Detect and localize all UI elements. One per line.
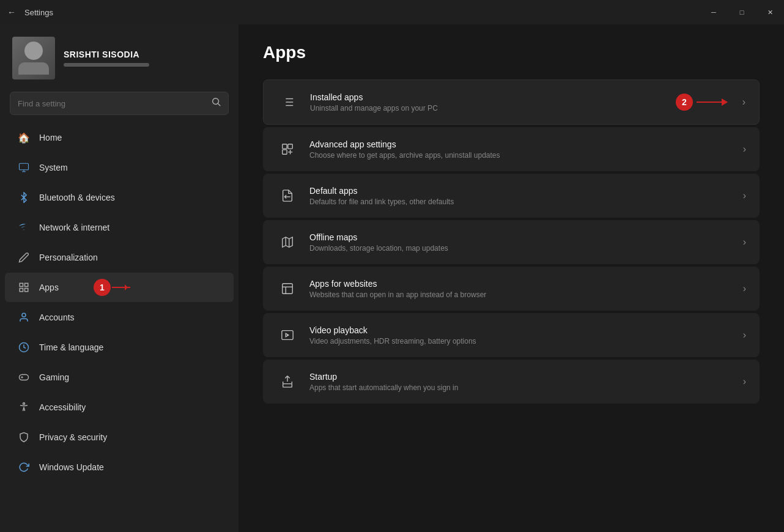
minimize-button[interactable]: ─ xyxy=(700,0,728,24)
setting-item-installed-apps[interactable]: Installed apps Uninstall and manage apps… xyxy=(263,79,760,125)
sidebar-item-home[interactable]: 🏠 Home xyxy=(5,123,234,152)
svg-marker-18 xyxy=(283,237,293,248)
titlebar-title: Settings xyxy=(24,8,53,17)
search-input[interactable] xyxy=(18,99,212,108)
apps-for-websites-desc: Websites that can open in an app instead… xyxy=(309,290,743,299)
sidebar-item-accounts[interactable]: Accounts xyxy=(5,303,234,332)
search-box[interactable] xyxy=(10,92,229,115)
setting-item-default-apps[interactable]: Default apps Defaults for file and link … xyxy=(263,174,760,218)
personalization-icon xyxy=(17,251,31,264)
annotation-badge-2-wrapper: 2 xyxy=(676,94,727,111)
setting-item-apps-for-websites[interactable]: Apps for websites Websites that can open… xyxy=(263,267,760,311)
annotation-arrow-2 xyxy=(697,102,727,103)
svg-rect-1 xyxy=(20,283,23,286)
titlebar-controls: ─ □ ✕ xyxy=(700,0,784,24)
svg-rect-15 xyxy=(283,144,287,149)
video-playback-desc: Video adjustments, HDR streaming, batter… xyxy=(309,337,743,345)
sidebar-item-apps[interactable]: Apps 1 xyxy=(5,273,234,302)
accessibility-icon xyxy=(17,401,31,414)
svg-rect-0 xyxy=(20,163,29,170)
svg-rect-3 xyxy=(20,289,23,292)
installed-apps-chevron: › xyxy=(742,97,745,108)
svg-rect-16 xyxy=(288,144,292,149)
svg-point-8 xyxy=(23,403,25,405)
back-icon[interactable]: ← xyxy=(7,7,16,17)
advanced-app-settings-chevron: › xyxy=(743,144,746,155)
sidebar-item-privacy[interactable]: Privacy & security xyxy=(5,423,234,452)
user-info: SRISHTI SISODIA xyxy=(64,50,149,67)
svg-rect-4 xyxy=(25,289,28,292)
startup-chevron: › xyxy=(743,376,746,387)
accounts-icon xyxy=(17,311,31,324)
search-container xyxy=(0,92,239,122)
time-icon xyxy=(17,341,31,354)
svg-rect-17 xyxy=(283,150,287,154)
video-playback-icon xyxy=(276,324,298,346)
avatar-inner xyxy=(12,37,55,79)
sidebar-item-accounts-label: Accounts xyxy=(39,312,75,322)
sidebar-item-bluetooth-label: Bluetooth & devices xyxy=(39,193,115,202)
svg-rect-21 xyxy=(283,284,293,294)
sidebar-item-personalization[interactable]: Personalization xyxy=(5,243,234,272)
advanced-app-settings-title: Advanced app settings xyxy=(309,139,743,149)
bluetooth-icon xyxy=(17,191,31,204)
search-icon xyxy=(212,98,221,109)
sidebar-item-system[interactable]: System xyxy=(5,153,234,182)
nav-list: 🏠 Home System Bluetooth & devices xyxy=(0,122,239,482)
sidebar-item-apps-label: Apps xyxy=(39,283,59,292)
sidebar-item-home-label: Home xyxy=(39,133,62,142)
offline-maps-text: Offline maps Downloads, storage location… xyxy=(309,232,743,253)
sidebar-item-network[interactable]: Network & internet xyxy=(5,213,234,242)
sidebar-item-bluetooth[interactable]: Bluetooth & devices xyxy=(5,183,234,212)
annotation-badge-2: 2 xyxy=(676,94,693,111)
setting-item-startup[interactable]: Startup Apps that start automatically wh… xyxy=(263,360,760,404)
update-icon xyxy=(17,460,31,474)
apps-for-websites-text: Apps for websites Websites that can open… xyxy=(309,279,743,299)
apps-for-websites-icon xyxy=(276,278,298,300)
startup-icon xyxy=(276,371,298,393)
sidebar-item-accessibility-label: Accessibility xyxy=(39,402,86,412)
maximize-button[interactable]: □ xyxy=(728,0,756,24)
sidebar-item-personalization-label: Personalization xyxy=(39,253,98,262)
video-playback-title: Video playback xyxy=(309,325,743,335)
default-apps-icon xyxy=(276,185,298,207)
offline-maps-desc: Downloads, storage location, map updates xyxy=(309,244,743,253)
sidebar-item-time[interactable]: Time & language xyxy=(5,333,234,362)
main-content: Apps Installed apps Uninstall and manage… xyxy=(239,24,784,532)
annotation-arrow-1 xyxy=(112,287,130,288)
user-profile: SRISHTI SISODIA xyxy=(0,24,239,92)
annotation-badge-1: 1 xyxy=(94,279,111,296)
apps-for-websites-title: Apps for websites xyxy=(309,279,743,289)
apps-for-websites-chevron: › xyxy=(743,283,746,294)
offline-maps-icon xyxy=(276,231,298,253)
close-button[interactable]: ✕ xyxy=(756,0,784,24)
sidebar-item-update[interactable]: Windows Update xyxy=(5,453,234,482)
setting-item-offline-maps[interactable]: Offline maps Downloads, storage location… xyxy=(263,220,760,264)
gaming-icon xyxy=(17,371,31,384)
sidebar: SRISHTI SISODIA 🏠 Home xyxy=(0,24,239,532)
sidebar-item-privacy-label: Privacy & security xyxy=(39,432,107,442)
sidebar-item-accessibility[interactable]: Accessibility xyxy=(5,393,234,422)
svg-rect-7 xyxy=(20,375,29,380)
titlebar: ← Settings ─ □ ✕ xyxy=(0,0,784,24)
startup-title: Startup xyxy=(309,372,743,382)
svg-point-5 xyxy=(22,313,26,317)
offline-maps-chevron: › xyxy=(743,237,746,248)
default-apps-title: Default apps xyxy=(309,186,743,196)
sidebar-item-gaming[interactable]: Gaming xyxy=(5,363,234,392)
video-playback-text: Video playback Video adjustments, HDR st… xyxy=(309,325,743,345)
avatar xyxy=(12,37,55,79)
user-name: SRISHTI SISODIA xyxy=(64,50,149,59)
advanced-app-settings-icon xyxy=(276,138,298,160)
setting-item-advanced-app-settings[interactable]: Advanced app settings Choose where to ge… xyxy=(263,127,760,171)
app-container: SRISHTI SISODIA 🏠 Home xyxy=(0,24,784,532)
startup-desc: Apps that start automatically when you s… xyxy=(309,383,743,392)
network-icon xyxy=(17,221,31,234)
sidebar-item-network-label: Network & internet xyxy=(39,223,109,232)
home-icon: 🏠 xyxy=(17,131,31,144)
svg-rect-24 xyxy=(283,384,292,388)
advanced-app-settings-desc: Choose where to get apps, archive apps, … xyxy=(309,151,743,160)
svg-rect-2 xyxy=(25,283,28,286)
advanced-app-settings-text: Advanced app settings Choose where to ge… xyxy=(309,139,743,160)
setting-item-video-playback[interactable]: Video playback Video adjustments, HDR st… xyxy=(263,313,760,357)
